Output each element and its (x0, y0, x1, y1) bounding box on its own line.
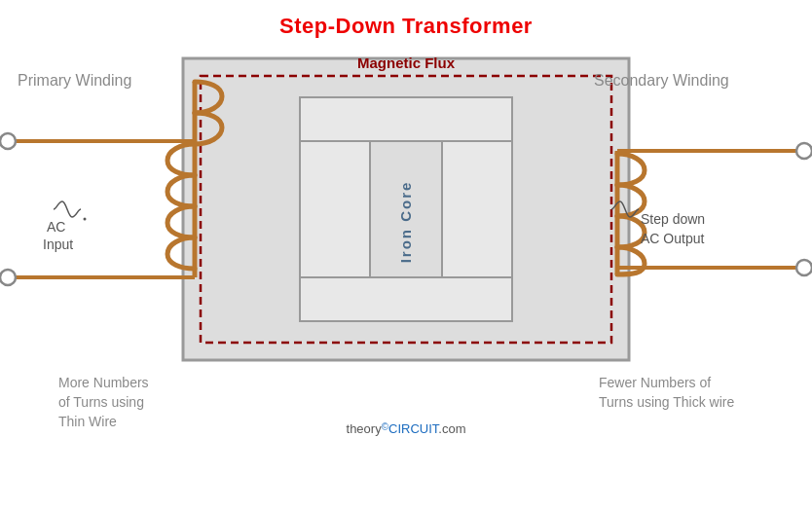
svg-text:Thin Wire: Thin Wire (58, 414, 117, 429)
svg-text:Step down: Step down (641, 211, 705, 227)
svg-text:AC Output: AC Output (641, 231, 704, 246)
svg-text:Input: Input (43, 237, 73, 252)
svg-rect-6 (300, 277, 512, 321)
svg-text:Secondary Winding: Secondary Winding (594, 72, 729, 89)
svg-point-11 (0, 270, 16, 285)
svg-rect-1 (201, 76, 611, 343)
svg-point-22 (84, 218, 87, 221)
svg-text:Iron Core: Iron Core (397, 181, 414, 264)
svg-text:theory©CIRCUIT.com: theory©CIRCUIT.com (347, 421, 466, 436)
svg-text:Fewer Numbers of: Fewer Numbers of (599, 375, 711, 390)
svg-rect-4 (442, 97, 512, 321)
svg-text:AC: AC (47, 219, 65, 235)
svg-text:Primary Winding: Primary Winding (18, 72, 131, 89)
svg-point-19 (796, 143, 812, 159)
svg-text:of Turns using: of Turns using (58, 394, 144, 410)
svg-text:Turns using Thick wire: Turns using Thick wire (599, 394, 734, 410)
svg-point-20 (796, 260, 812, 275)
svg-text:Magnetic Flux: Magnetic Flux (357, 55, 456, 71)
svg-rect-0 (183, 58, 629, 360)
transformer-diagram: Magnetic Flux Iron Core (0, 0, 812, 438)
svg-rect-5 (300, 97, 512, 141)
svg-rect-3 (300, 97, 370, 321)
svg-point-10 (0, 133, 16, 149)
svg-text:More Numbers: More Numbers (58, 375, 149, 390)
page-title: Step-Down Transformer (0, 0, 812, 39)
